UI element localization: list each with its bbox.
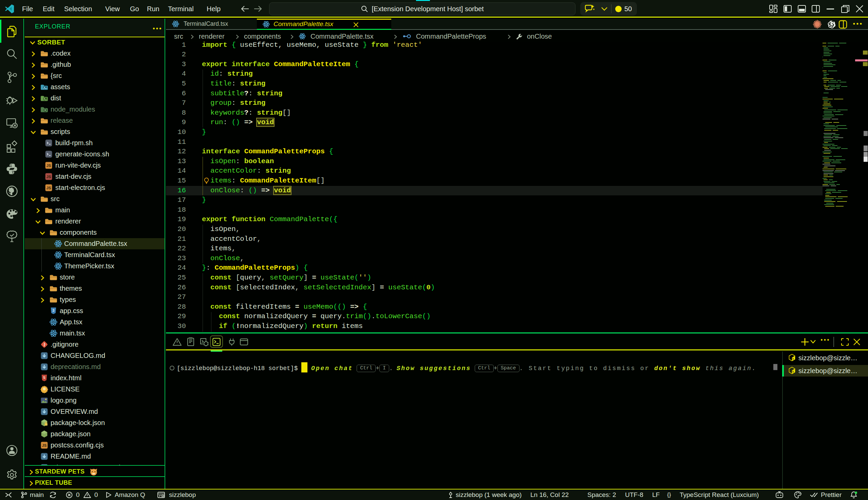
svg-text:JS: JS [46,163,51,168]
svg-text:5: 5 [43,376,45,379]
svg-text:JS: JS [46,175,51,179]
svg-text:JS: JS [42,443,46,447]
svg-text:3: 3 [53,309,55,312]
svg-text:$: $ [792,357,794,360]
svg-text:$: $ [792,371,794,373]
svg-text:JS: JS [46,186,51,190]
